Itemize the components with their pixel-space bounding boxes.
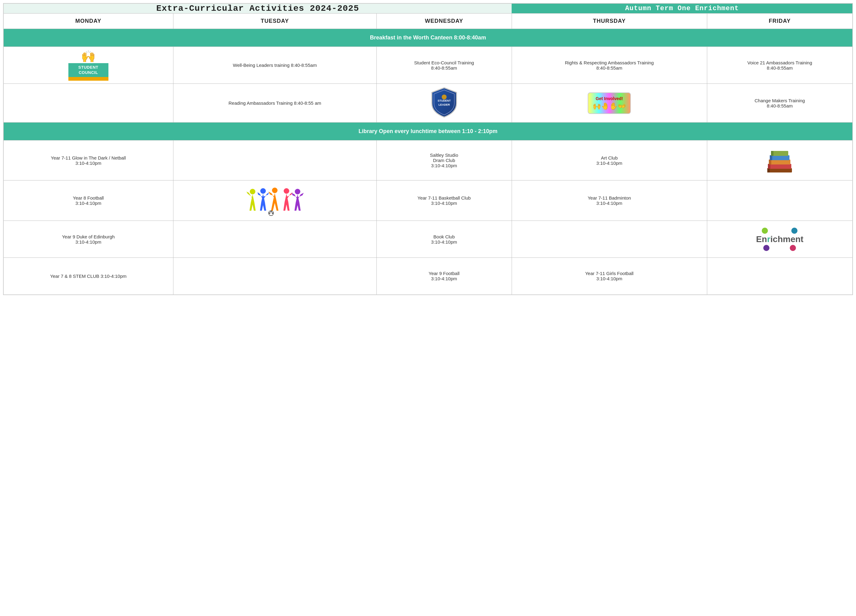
- fri-morning-row2: Change Makers Training 8:40-8:55am: [707, 84, 853, 123]
- thu-afternoon-row4: Year 7-11 Girls Football 3:10-4:10pm: [512, 258, 707, 295]
- mon-afternoon-row4: Year 7 & 8 STEM CLUB 3:10-4:10pm: [3, 258, 173, 295]
- svg-text:STUDENT: STUDENT: [437, 99, 451, 102]
- get-involved-cell: Get Involved! 🙌🤚✋👐: [512, 84, 707, 123]
- enrichment-logo: Enrichment: [756, 228, 803, 251]
- svg-point-14: [260, 188, 266, 194]
- student-council-icon: 🙌 STUDENTCOUNCIL: [68, 49, 108, 81]
- day-monday: MONDAY: [3, 14, 173, 29]
- main-title: Extra-Curricular Activities 2024-2025: [3, 3, 512, 14]
- sports-silhouettes-icon: [244, 183, 306, 217]
- svg-rect-11: [771, 151, 788, 156]
- mon-afternoon-row1: Year 7-11 Glow in The Dark / Netball 3:1…: [3, 140, 173, 180]
- wed-morning-row1: Student Eco-Council Training 8:40-8:55am: [376, 47, 512, 84]
- wed-afternoon-row1: Saltley Studio Dram Club 3:10-4:10pm: [376, 140, 512, 180]
- autumn-title: Autumn Term One Enrichment: [512, 3, 853, 14]
- wed-afternoon-row4: Year 9 Football 3:10-4:10pm: [376, 258, 512, 295]
- sports-silhouettes-cell: [173, 180, 376, 221]
- thu-afternoon-row3: [512, 221, 707, 258]
- tue-afternoon-row3: [173, 221, 376, 258]
- books-stack-icon: [764, 146, 795, 174]
- svg-point-16: [284, 188, 289, 194]
- svg-point-13: [250, 189, 256, 194]
- mon-afternoon-row3: Year 9 Duke of Edinburgh 3:10-4:10pm: [3, 221, 173, 258]
- thu-afternoon-row2: Year 7-11 Badminton 3:10-4:10pm: [512, 180, 707, 221]
- student-leader-shield-icon: STUDENT LEADER: [430, 86, 458, 119]
- library-banner: Library Open every lunchtime between 1:1…: [3, 123, 853, 140]
- fri-afternoon-row4: [707, 258, 853, 295]
- student-council-cell: 🙌 STUDENTCOUNCIL: [3, 47, 173, 84]
- mon-afternoon-row2: Year 8 Football 3:10-4:10pm: [3, 180, 173, 221]
- svg-rect-4: [767, 168, 770, 172]
- books-cell: [707, 140, 853, 180]
- enrichment-logo-cell: Enrichment: [707, 221, 853, 258]
- breakfast-banner: Breakfast in the Worth Canteen 8:00-8:40…: [3, 29, 853, 47]
- svg-rect-10: [770, 155, 772, 160]
- svg-rect-3: [767, 168, 792, 172]
- thu-morning-row1: Rights & Respecting Ambassadors Training…: [512, 47, 707, 84]
- svg-rect-9: [770, 155, 790, 160]
- student-leader-cell: STUDENT LEADER: [376, 84, 512, 123]
- wed-afternoon-row3: Book Club 3:10-4:10pm: [376, 221, 512, 258]
- wed-afternoon-row2: Year 7-11 Basketball Club 3:10-4:10pm: [376, 180, 512, 221]
- fri-morning-row1: Voice 21 Ambassadors Training 8:40-8:55a…: [707, 47, 853, 84]
- tue-afternoon-row1: [173, 140, 376, 180]
- day-wednesday: WEDNESDAY: [376, 14, 512, 29]
- svg-text:LEADER: LEADER: [438, 103, 450, 106]
- svg-point-2: [442, 95, 446, 100]
- svg-rect-6: [768, 164, 770, 169]
- thu-afternoon-row1: Art Club 3:10-4:10pm: [512, 140, 707, 180]
- fri-afternoon-row2: [707, 180, 853, 221]
- svg-point-15: [272, 188, 277, 193]
- tue-morning-row1: Well-Being Leaders training 8:40-8:55am: [173, 47, 376, 84]
- svg-rect-8: [769, 160, 771, 165]
- day-tuesday: TUESDAY: [173, 14, 376, 29]
- day-friday: FRIDAY: [707, 14, 853, 29]
- tue-afternoon-row4: [173, 258, 376, 295]
- mon-morning-row2: [3, 84, 173, 123]
- tue-morning-row2: Reading Ambassadors Training 8:40-8:55 a…: [173, 84, 376, 123]
- svg-rect-5: [768, 164, 791, 169]
- svg-point-17: [295, 189, 300, 194]
- svg-rect-7: [769, 160, 790, 165]
- day-thursday: THURSDAY: [512, 14, 707, 29]
- svg-rect-12: [771, 151, 773, 156]
